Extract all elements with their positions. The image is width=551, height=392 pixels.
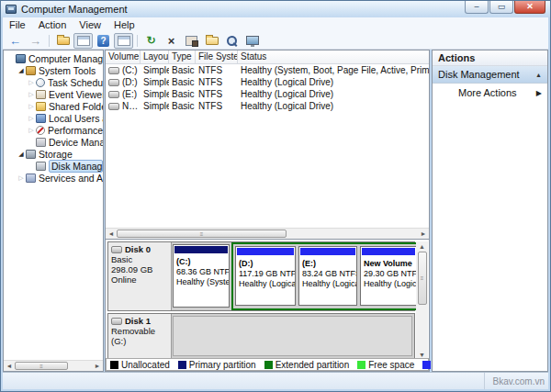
volume-list-header[interactable]: VolumeLayoutTypeFile SystemStatus [106,50,429,64]
event-viewer-icon [36,90,46,99]
partition-c[interactable]: (C:)68.36 GB NTFSHealthy (System, Boot, … [173,244,230,308]
storage-icon [26,150,36,159]
close-button[interactable]: ✕ [514,1,545,14]
menu-action[interactable]: Action [32,18,73,31]
toolbar-button-up-folder[interactable] [53,33,73,49]
scroll-left-icon[interactable]: ◄ [106,229,117,239]
toolbar-button-forward[interactable]: → [26,33,45,49]
partition-new-volume[interactable]: New Volume29.30 GB NTFSHealthy (Logical … [360,246,417,306]
toolbar-button-show-action-pane[interactable] [114,33,133,49]
volume-row-new-volume[interactable]: New VolumeSimpleBasicNTFSHealthy (Logica… [106,100,429,112]
maximize-button[interactable]: ▭ [489,1,513,14]
tree-item-computer-management[interactable]: Computer Management [4,52,103,64]
expand-arrow-icon[interactable]: ◢ [17,151,26,158]
tree-item-shared-folders[interactable]: ▷Shared Folders [4,100,103,112]
scroll-right-icon[interactable]: ► [418,229,429,239]
volume-row-d[interactable]: (D:)SimpleBasicNTFSHealthy (Logical Driv… [106,76,429,88]
tree-item-label: Performance [48,125,103,136]
find-icon [226,35,239,47]
volume-cell: (D:) [106,77,141,87]
drive-icon [108,67,119,74]
status-bar: Bkav.com.vn [3,372,548,389]
tree-item-performance[interactable]: ▷Performance [4,124,103,136]
tree-item-task-scheduler[interactable]: ▷Task Scheduler [4,76,103,88]
tree-item-local-users-and-groups[interactable]: ▷Local Users and Groups [4,112,103,124]
volume-row-c[interactable]: (C:)SimpleBasicNTFSHealthy (System, Boot… [106,64,429,76]
cell-file-system: NTFS [196,77,238,87]
menu-bar: FileActionViewHelp [3,17,548,32]
disk-label-disk-1[interactable]: Disk 1Removable (G:)No Media [108,314,172,358]
toolbar: ←→↻× [3,32,548,50]
tree-item-label: Storage [39,149,73,160]
tree-item-storage[interactable]: ◢Storage [4,148,103,160]
toolbar-button-show-console-tree[interactable] [73,33,93,49]
refresh-icon: ↻ [146,34,155,47]
expand-arrow-icon[interactable]: ▷ [27,115,36,122]
shared-folders-icon [36,102,46,111]
toolbar-button-delete[interactable]: × [162,33,181,49]
expand-arrow-icon[interactable]: ▷ [27,127,36,134]
partition-name: (D:) [239,259,295,269]
drive-icon [108,103,119,110]
volume-name: (E:) [122,89,137,99]
show-action-pane-icon [118,36,130,46]
title-bar[interactable]: Computer Management – ▭ ✕ [1,1,550,17]
toolbar-button-find[interactable] [222,33,242,49]
menu-file[interactable]: File [3,18,32,31]
partition-name: New Volume [364,259,416,269]
expand-arrow-icon[interactable]: ▷ [17,174,26,182]
expand-arrow-icon[interactable]: ▷ [27,103,36,110]
column-header-type[interactable]: Type [169,50,196,63]
toolbar-button-help[interactable] [94,33,113,49]
show-console-tree-icon [77,36,90,46]
cell-status: Healthy (System, Boot, Page File, Active… [238,65,429,75]
tree-item-label: Disk Management [49,160,103,173]
more-actions-item[interactable]: More Actions ▶ [433,84,547,102]
drive-icon [108,91,119,98]
disk-status: Online [111,274,168,285]
toolbar-button-open-folder[interactable] [202,33,221,49]
tree-item-system-tools[interactable]: ◢System Tools [4,64,103,76]
cell-layout: Simple [141,89,169,99]
cell-layout: Simple [141,77,169,87]
actions-header: Actions [433,50,547,66]
tree-item-event-viewer[interactable]: ▷Event Viewer [4,88,103,100]
cell-status: Healthy (Logical Drive) [238,89,429,99]
scrollbar-thumb[interactable]: ≡ [418,252,427,305]
toolbar-button-back[interactable]: ← [6,33,25,49]
scroll-right-icon[interactable]: ► [92,361,103,371]
toolbar-separator [137,35,138,47]
column-header-file-system[interactable]: File System [196,50,238,63]
partition-e[interactable]: (E:)83.24 GB NTFSHealthy (Logical Drive) [298,246,357,306]
minimize-button[interactable]: – [465,1,489,14]
tree-item-disk-management[interactable]: Disk Management [4,160,103,172]
delete-icon: × [168,34,175,48]
expand-arrow-icon[interactable]: ◢ [17,67,26,74]
volume-row-e[interactable]: (E:)SimpleBasicNTFSHealthy (Logical Driv… [106,88,429,100]
collapse-arrow-icon[interactable]: ▲ [535,72,542,78]
menu-view[interactable]: View [73,18,107,31]
actions-group-disk-management[interactable]: Disk Management ▲ [433,66,547,84]
disk-row-disk-1: Disk 1Removable (G:)No Media [107,313,415,359]
tree-item-device-manager[interactable]: Device Manager [4,136,103,148]
toolbar-button-refresh[interactable]: ↻ [141,33,161,49]
toolbar-button-properties[interactable] [182,33,201,49]
toolbar-button-console[interactable] [242,33,262,49]
column-header-layout[interactable]: Layout [141,50,169,63]
disk-label-disk-0[interactable]: Disk 0Basic298.09 GBOnline [108,242,172,310]
tree-item-services-and-applications[interactable]: ▷Services and Applications [4,172,103,184]
scroll-left-icon[interactable]: ◄ [4,361,15,371]
expand-arrow-icon[interactable]: ▷ [27,79,36,86]
disk-view-vertical-scrollbar[interactable]: ▲ ≡ ▼ [416,241,428,360]
menu-help[interactable]: Help [107,18,141,31]
volume-list-horizontal-scrollbar[interactable]: ◄ ≡ ► [106,228,429,239]
column-header-volume[interactable]: Volume [106,50,141,63]
scrollbar-thumb[interactable]: ≡ [117,230,287,238]
disk-name-text: Disk 1 [125,316,151,326]
scroll-up-icon[interactable]: ▲ [417,241,428,252]
partition-d[interactable]: (D:)117.19 GB NTFSHealthy (Logical Drive… [235,246,296,306]
column-header-status[interactable]: Status [238,50,429,63]
tree-horizontal-scrollbar[interactable]: ◄ ≡ ► [4,360,103,371]
scrollbar-thumb[interactable]: ≡ [15,362,68,370]
expand-arrow-icon[interactable]: ▷ [27,91,36,98]
